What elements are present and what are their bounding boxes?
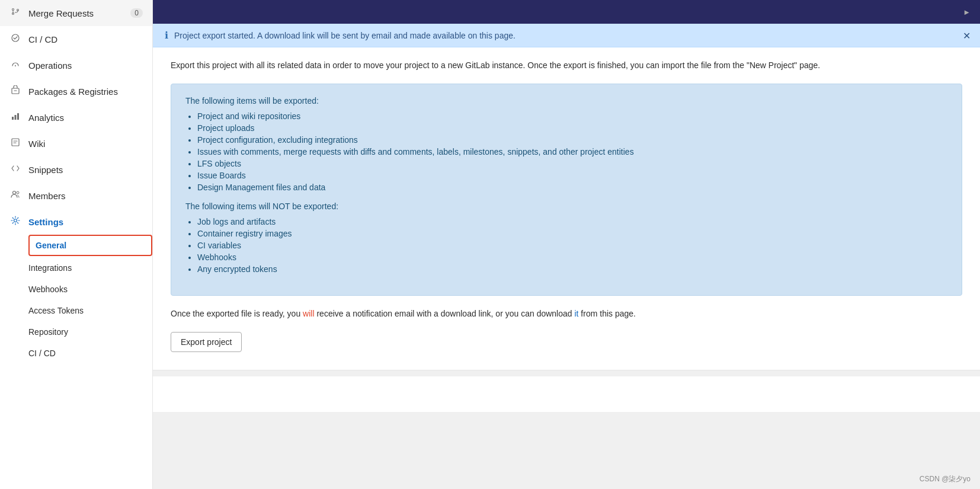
sidebar-subitem-general[interactable]: General	[28, 235, 152, 256]
sidebar-item-wiki-label: Wiki	[28, 139, 45, 149]
list-item: Job logs and artifacts	[197, 217, 947, 226]
sidebar-item-analytics[interactable]: Analytics	[0, 104, 152, 130]
svg-point-0	[12, 34, 19, 41]
operations-icon	[9, 59, 21, 71]
list-item: Issue Boards	[197, 171, 947, 180]
list-item: Webhooks	[197, 253, 947, 262]
wiki-icon	[9, 138, 21, 149]
list-item: Project uploads	[197, 123, 947, 133]
list-item: Project and wiki repositories	[197, 111, 947, 121]
alert-message: Project export started. A download link …	[174, 31, 515, 40]
export-info-box: The following items will be exported: Pr…	[171, 84, 962, 296]
svg-rect-5	[17, 113, 19, 120]
svg-point-9	[14, 219, 17, 222]
list-item: CI variables	[197, 241, 947, 250]
sidebar-item-members-label: Members	[28, 191, 66, 201]
sidebar-item-merge-requests[interactable]: Merge Requests 0	[0, 0, 152, 26]
svg-rect-4	[15, 115, 17, 120]
sidebar: Merge Requests 0 CI / CD Operations Pack…	[0, 0, 153, 489]
analytics-icon	[9, 111, 21, 123]
sidebar-item-settings[interactable]: Settings	[0, 209, 152, 235]
export-section: Export this project with all its related…	[153, 47, 980, 370]
sidebar-subitem-webhooks[interactable]: Webhooks	[28, 279, 152, 300]
svg-rect-3	[12, 117, 14, 120]
list-item: Any encrypted tokens	[197, 264, 947, 274]
sidebar-subitem-integrations[interactable]: Integrations	[28, 257, 152, 279]
svg-point-8	[17, 191, 19, 194]
snippets-icon	[9, 164, 21, 175]
close-alert-button[interactable]: ✕	[963, 30, 971, 41]
content-area: ℹ Project export started. A download lin…	[153, 24, 980, 489]
list-item: Issues with comments, merge requests wit…	[197, 147, 947, 156]
sidebar-item-merge-requests-label: Merge Requests	[28, 8, 94, 18]
sidebar-item-snippets[interactable]: Snippets	[0, 156, 152, 183]
sidebar-item-settings-label: Settings	[28, 217, 63, 227]
list-item: Project configuration, excluding integra…	[197, 135, 947, 145]
packages-icon	[9, 85, 21, 97]
exported-title: The following items will be exported:	[185, 96, 947, 106]
sidebar-item-cicd-label: CI / CD	[28, 34, 57, 44]
settings-submenu: General Integrations Webhooks Access Tok…	[0, 235, 152, 364]
members-icon	[9, 190, 21, 202]
top-bar: ►	[153, 0, 980, 24]
sidebar-subitem-repository[interactable]: Repository	[28, 321, 152, 343]
info-icon: ℹ	[165, 30, 168, 41]
svg-point-7	[13, 191, 16, 194]
not-exported-title: The following items will NOT be exported…	[185, 202, 947, 211]
sidebar-subitem-access-tokens[interactable]: Access Tokens	[28, 300, 152, 321]
sidebar-item-members[interactable]: Members	[0, 183, 152, 209]
export-footer-text: Once the exported file is ready, you wil…	[171, 308, 962, 320]
list-item: LFS objects	[197, 159, 947, 168]
sidebar-subitem-cicd[interactable]: CI / CD	[28, 343, 152, 364]
not-exported-items-list: Job logs and artifacts Container registr…	[185, 217, 947, 274]
sidebar-item-cicd[interactable]: CI / CD	[0, 26, 152, 52]
topbar-icons: ►	[963, 8, 971, 17]
merge-requests-icon	[9, 7, 21, 19]
sidebar-item-wiki[interactable]: Wiki	[0, 130, 152, 156]
export-project-button[interactable]: Export project	[171, 332, 242, 352]
main-content: ► ℹ Project export started. A download l…	[153, 0, 980, 489]
sidebar-item-packages[interactable]: Packages & Registries	[0, 78, 152, 104]
alert-banner: ℹ Project export started. A download lin…	[153, 24, 980, 47]
sidebar-item-operations-label: Operations	[28, 60, 72, 71]
merge-requests-badge: 0	[130, 8, 143, 18]
sidebar-item-packages-label: Packages & Registries	[28, 87, 118, 97]
export-intro-text: Export this project with all its related…	[171, 59, 962, 72]
exported-items-list: Project and wiki repositories Project up…	[185, 111, 947, 192]
sidebar-item-analytics-label: Analytics	[28, 113, 64, 123]
sidebar-item-operations[interactable]: Operations	[0, 52, 152, 78]
sidebar-item-snippets-label: Snippets	[28, 165, 63, 175]
cicd-icon	[9, 33, 21, 45]
list-item: Container registry images	[197, 229, 947, 238]
list-item: Design Management files and data	[197, 183, 947, 192]
svg-point-1	[15, 65, 16, 66]
settings-icon	[9, 216, 21, 228]
svg-rect-6	[12, 139, 19, 146]
watermark: CSDN @柒夕yo	[920, 474, 971, 484]
bottom-section	[153, 376, 980, 412]
